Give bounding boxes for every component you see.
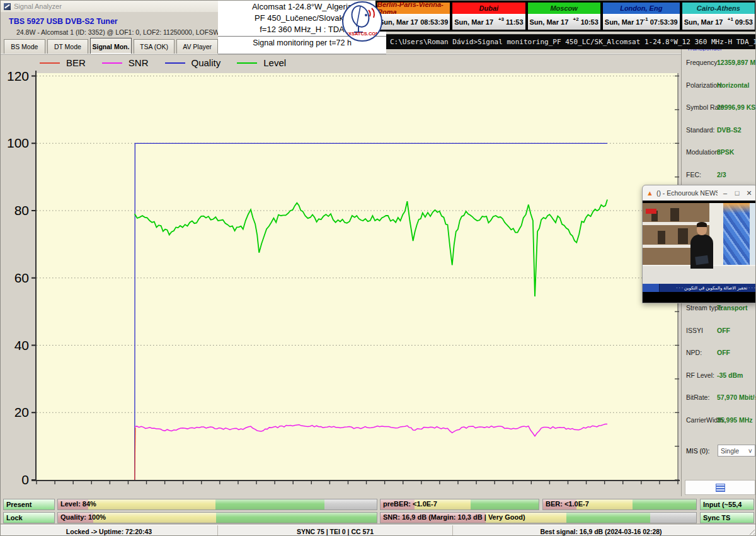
clock-city: Dubai — [452, 3, 525, 14]
clock: London, EngSun, Mar 17-107:53:39 — [602, 2, 680, 30]
legend-item-quality: Quality — [165, 57, 221, 68]
vlc-title: () - Echourouk NEWS... — [656, 189, 718, 197]
clock-date: Sun, Mar 17 — [454, 18, 493, 26]
snr-bar: SNR: 16,9 dB (Margin: 10,3 dB | Very Goo… — [380, 512, 697, 523]
clock-city: Moscow — [528, 3, 600, 14]
vlc-titlebar[interactable]: ▲ () - Echourouk NEWS... – □ ✕ — [643, 185, 756, 201]
field-row: Modulation:8PSK — [682, 148, 756, 157]
legend-item-ber: BER — [40, 57, 86, 68]
clock-date: Sun, Mar 17 — [684, 18, 723, 26]
statusbar: Locked -> Uptime: 72:20:43 SYNC 75 | TEI… — [1, 525, 756, 536]
sync-ts-indicator: Sync TS — [700, 512, 754, 523]
clock-time-row: Sun, Mar 17+311:53 — [452, 14, 525, 30]
field-value: DVB-S2 — [717, 126, 742, 134]
stream-list-button[interactable] — [685, 480, 755, 495]
field-value: OFF — [717, 349, 730, 356]
presenter-tablet — [695, 255, 709, 265]
field-value: 2/3 — [717, 171, 726, 178]
y-axis-label: 20 — [14, 405, 29, 419]
monitor-row-1: PresentLevel: 84%preBER: <1.0E-7BER: <1.… — [1, 499, 756, 510]
vlc-minimize-button[interactable]: – — [721, 189, 730, 197]
field-value: 8PSK — [717, 148, 734, 156]
field-row: Standard:DVB-S2 — [682, 126, 756, 135]
mis-dropdown[interactable]: Single ˅ — [718, 445, 755, 457]
list-icon — [716, 484, 725, 492]
sync-status: SYNC 75 | TEI 0 | CC 571 — [218, 525, 453, 536]
field-row: ISSYIOFF — [682, 327, 756, 335]
legend-swatch-level — [237, 62, 257, 64]
shelf-object — [670, 208, 679, 221]
field-value: -35 dBm — [717, 371, 743, 379]
shelf-object — [678, 228, 688, 244]
ticker-text: · · · تحفيز الاصالة والمكوين في التكوين … — [660, 286, 756, 291]
breaking-badge — [646, 209, 656, 214]
field-row: FEC:2/3 — [682, 171, 756, 180]
clock: MoscowSun, Mar 17+210:53 — [527, 2, 601, 30]
meter-segment-yellow — [93, 513, 216, 523]
field-value: 57,970 Mbit/s — [717, 393, 756, 401]
meter-segment-green — [216, 513, 377, 523]
clock-time-row: Sun, Mar 1708:53:39 — [377, 14, 450, 30]
vlc-close-button[interactable]: ✕ — [745, 189, 753, 197]
field-label: FEC: — [686, 171, 701, 178]
y-axis-label: 0 — [21, 472, 29, 487]
tab-tsa-ok-[interactable]: TSA (OK) — [134, 39, 175, 54]
logo-text: DXSATCS.COM — [343, 31, 381, 37]
preber-bar-label: preBER: <1.0E-7 — [383, 500, 437, 508]
clock-date: Sun, Mar 17 — [379, 18, 418, 26]
field-value: Transport — [717, 304, 747, 312]
level-bar-label: Level: 84% — [60, 500, 96, 508]
video-area[interactable]: · · · تحفيز الاصالة والمكوين في التكوين … — [643, 201, 756, 303]
clock-date: Sun, Mar 17 — [605, 18, 644, 26]
meter-segment-gray — [324, 499, 377, 510]
field-row: Polarization:Horizontal — [682, 81, 756, 90]
tab-signal-mon-[interactable]: Signal Mon. — [90, 38, 132, 54]
y-axis-label: 100 — [7, 136, 29, 150]
field-label: ISSYI — [686, 327, 703, 334]
studio-light — [723, 203, 750, 213]
series-ber-line — [135, 428, 135, 480]
field-row: Stream type:Transport — [682, 304, 756, 313]
legend-item-level: Level — [237, 57, 286, 68]
legend-swatch-quality — [165, 62, 185, 64]
clock-city: Berlin-Paris-Vienna-Roma — [377, 3, 450, 14]
tab-dt-mode[interactable]: DT Mode — [47, 39, 89, 54]
field-value: 12359,897 MHz — [717, 59, 756, 66]
field-row: BitRate:57,970 Mbit/s — [682, 393, 756, 402]
clock-utc-offset: -1 — [644, 16, 648, 22]
world-clock-panel: Berlin-Paris-Vienna-RomaSun, Mar 1708:53… — [375, 1, 756, 32]
vlc-cone-icon: ▲ — [646, 189, 653, 197]
tuner-name: TBS 5927 USB DVB-S2 Tuner — [9, 17, 118, 26]
clock-time-row: Sun, Mar 17-107:53:39 — [603, 14, 680, 30]
quality-bar: Quality: 100% — [57, 512, 377, 523]
legend-label: Quality — [192, 57, 221, 68]
tab-bs-mode[interactable]: BS Mode — [4, 39, 45, 54]
field-label: NPD: — [686, 349, 702, 356]
clock-city: Cairo-Athens — [682, 3, 755, 14]
clock-utc-offset: +1 — [728, 16, 733, 22]
tuner-details: 24.8W - Alcomsat 1 (ID: 3352) @ LOF1: 0,… — [16, 28, 227, 36]
input-55-4-mbps--indicator: Input (~55,4 Mbps) — [700, 499, 754, 510]
studio-scene — [643, 203, 756, 284]
clock-time: 08:53:39 — [420, 18, 448, 26]
field-row: Symbol Rate:29996,99 KS/s — [682, 103, 756, 112]
y-axis-label: 120 — [7, 69, 29, 83]
field-row: CarrierWidth:35,995 MHz — [682, 416, 756, 425]
y-axis-label: 80 — [14, 203, 29, 218]
tab-av-player[interactable]: AV Player — [176, 39, 218, 54]
field-label: RF Level: — [686, 371, 714, 379]
field-label: Modulation: — [686, 148, 720, 156]
signal-chart: 020406080100120 — [1, 54, 681, 499]
clock: DubaiSun, Mar 17+311:53 — [452, 2, 525, 30]
field-label: Frequency: — [686, 59, 719, 66]
dxsatcs-logo: DXSATCS.COM — [342, 1, 382, 42]
clock-time: 11:53 — [506, 18, 524, 26]
vlc-maximize-button[interactable]: □ — [733, 189, 742, 197]
shelf-object — [658, 231, 665, 244]
field-row: RF Level:-35 dBm — [682, 371, 756, 380]
quality-bar-label: Quality: 100% — [60, 513, 106, 521]
legend-label: Level — [263, 57, 286, 68]
plot-area — [37, 73, 678, 480]
field-row: Frequency:12359,897 MHz — [682, 59, 756, 67]
clock-time: 07:53:39 — [650, 18, 678, 26]
